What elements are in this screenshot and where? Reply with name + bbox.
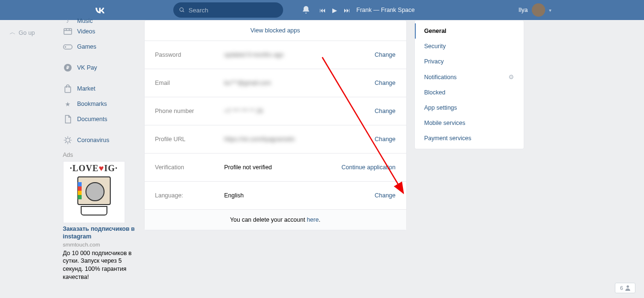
settings-panel: View blocked apps Password updated 9 mon… <box>144 20 407 281</box>
row-profile-url: Profile URL https://vk.com/ilyagramotin … <box>145 125 406 153</box>
sidebar-item-label: Games <box>77 43 96 50</box>
sidebar-item-games[interactable]: Games <box>61 39 139 54</box>
row-value: English <box>224 192 375 199</box>
sidebar-item-vkpay[interactable]: ₽ VK Pay <box>61 60 139 75</box>
ad-domain: smmtouch.com <box>63 242 137 247</box>
sidebar-item-videos[interactable]: Videos <box>61 24 139 39</box>
gear-icon[interactable]: ⚙ <box>508 73 514 81</box>
tab-privacy[interactable]: Privacy <box>415 54 524 69</box>
ad-image: ·LOVE♥IG· <box>63 161 125 223</box>
ad-block[interactable]: ·LOVE♥IG· Заказать подписчиков в instagr… <box>61 161 139 281</box>
row-value: https://vk.com/ilyagramotin <box>224 136 375 143</box>
play-icon[interactable]: ▶ <box>332 7 337 14</box>
sidebar-item-label: Documents <box>77 116 107 123</box>
sidebar-item-label: VK Pay <box>77 64 97 71</box>
sidebar-item-documents[interactable]: Documents <box>61 112 139 127</box>
search-box[interactable] <box>173 2 283 18</box>
row-label: Password <box>155 51 224 58</box>
music-icon: ♪ <box>63 18 73 24</box>
delete-account-row: You can delete your account here. <box>145 209 406 230</box>
ads-label: Ads <box>61 148 139 161</box>
sidebar-item-label: Market <box>77 85 95 92</box>
tab-blocked[interactable]: Blocked <box>415 85 524 100</box>
now-playing[interactable]: Frank — Frank Space <box>357 7 415 13</box>
sidebar-item-music[interactable]: ♪ Music <box>61 18 139 24</box>
svg-point-17 <box>627 286 629 288</box>
player-controls: ⏮ ▶ ⏭ <box>319 7 350 14</box>
row-value: +7 *** *** ** 29 <box>224 108 375 114</box>
tab-general[interactable]: General <box>415 23 524 39</box>
settings-tabs-panel: General Security Privacy Notifications ⚙… <box>414 20 524 281</box>
next-track-icon[interactable]: ⏭ <box>344 7 350 14</box>
tab-mobile-services[interactable]: Mobile services <box>415 115 524 131</box>
sidebar-item-label: Bookmarks <box>77 101 107 107</box>
document-icon <box>63 114 73 124</box>
vk-logo[interactable] <box>93 3 106 17</box>
delete-account-link[interactable]: here <box>307 216 319 223</box>
row-value: bu***@gmail.com <box>224 80 375 86</box>
avatar <box>532 3 545 17</box>
username: Ilya <box>518 7 528 13</box>
change-url-link[interactable]: Change <box>375 136 396 143</box>
market-icon <box>63 84 73 93</box>
left-sidebar: ♪ Music Videos Games ₽ VK Pay Market ★ B… <box>61 20 139 281</box>
svg-text:₽: ₽ <box>66 65 69 70</box>
svg-rect-6 <box>65 87 71 92</box>
sidebar-item-market[interactable]: Market <box>61 81 139 96</box>
user-menu[interactable]: Ilya ▾ <box>518 3 551 17</box>
row-label: Email <box>155 80 224 86</box>
video-icon <box>63 27 73 36</box>
search-icon <box>179 7 185 13</box>
change-email-link[interactable]: Change <box>375 80 396 86</box>
row-phone: Phone number +7 *** *** ** 29 Change <box>145 97 406 125</box>
svg-point-0 <box>179 8 183 11</box>
svg-line-14 <box>69 138 70 139</box>
row-password: Password updated 9 months ago Change <box>145 41 406 69</box>
svg-rect-2 <box>64 29 72 34</box>
sidebar-item-label: Coronavirus <box>77 137 109 144</box>
svg-line-15 <box>65 142 66 143</box>
go-up-button[interactable]: ︿ Go up <box>10 29 35 37</box>
sidebar-item-label: Videos <box>77 28 95 35</box>
games-icon <box>63 42 73 51</box>
svg-point-7 <box>66 138 70 142</box>
ad-desc: До 10 000 подписчиков в сутки. Запуск че… <box>63 249 137 282</box>
row-value: Profile not verified <box>224 164 342 171</box>
svg-line-13 <box>69 142 70 143</box>
virus-icon <box>63 135 73 145</box>
continue-application-link[interactable]: Continue application <box>341 164 395 171</box>
svg-line-1 <box>182 11 184 12</box>
search-input[interactable] <box>189 7 277 14</box>
row-email: Email bu***@gmail.com Change <box>145 69 406 97</box>
row-value: updated 9 months ago <box>224 51 375 58</box>
sidebar-item-label: Music <box>77 18 93 24</box>
row-label: Verification <box>155 164 224 171</box>
row-label: Profile URL <box>155 136 224 143</box>
svg-line-12 <box>65 138 66 139</box>
tab-payment-services[interactable]: Payment services <box>415 131 524 146</box>
chevron-down-icon: ▾ <box>549 8 551 13</box>
star-icon: ★ <box>63 99 73 109</box>
row-verification: Verification Profile not verified Contin… <box>145 153 406 181</box>
row-language: Language: English Change <box>145 181 406 209</box>
row-label: Language: <box>155 192 224 199</box>
tab-security[interactable]: Security <box>415 39 524 54</box>
person-icon <box>625 285 630 291</box>
tab-app-settings[interactable]: App settings <box>415 100 524 115</box>
header-bar: ⏮ ▶ ⏭ Frank — Frank Space Ilya ▾ <box>0 0 644 20</box>
sidebar-item-bookmarks[interactable]: ★ Bookmarks <box>61 96 139 112</box>
vkpay-icon: ₽ <box>63 63 73 72</box>
row-label: Phone number <box>155 108 224 114</box>
notifications-icon[interactable] <box>301 5 311 15</box>
prev-track-icon[interactable]: ⏮ <box>319 7 326 14</box>
change-phone-link[interactable]: Change <box>375 108 396 114</box>
sidebar-item-coronavirus[interactable]: Coronavirus <box>61 133 139 148</box>
friends-online-counter[interactable]: 6 <box>615 283 635 293</box>
ad-title: Заказать подписчиков в instagram <box>63 225 137 241</box>
change-language-link[interactable]: Change <box>375 192 396 199</box>
view-blocked-apps-link[interactable]: View blocked apps <box>145 21 406 41</box>
tab-notifications[interactable]: Notifications ⚙ <box>415 69 524 85</box>
chevron-up-icon: ︿ <box>10 29 16 37</box>
change-password-link[interactable]: Change <box>375 51 396 58</box>
